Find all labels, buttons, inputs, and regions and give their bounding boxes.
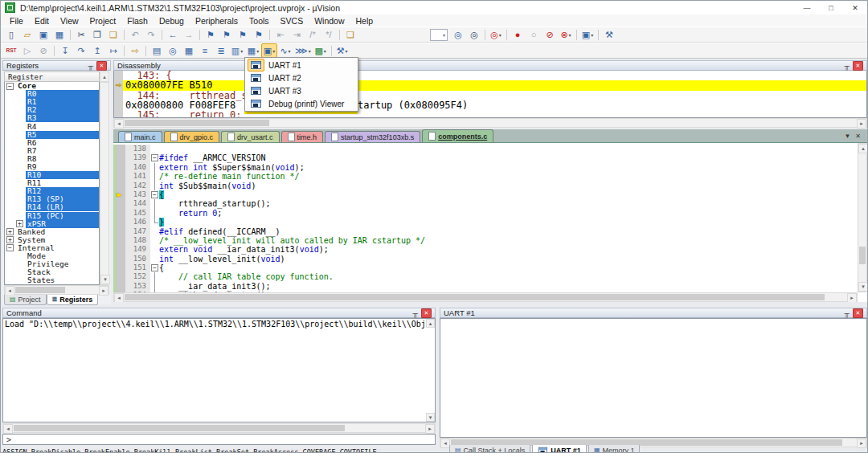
run-to-cursor-line-button[interactable]: ↦ [105,43,121,58]
menu-project[interactable]: Project [84,16,122,26]
expand-banked[interactable]: + [6,228,14,235]
editor-margin[interactable] [117,272,125,281]
register-row-r11[interactable]: R11 [5,179,99,187]
window-layout-dropdown-arrow[interactable]: ▾ [591,32,593,38]
code-editor[interactable]: 138139−#ifdef __ARMCC_VERSION140extern i… [113,143,867,302]
copy-button[interactable]: ❐ [89,27,105,42]
registers-window-button[interactable]: ≡ [197,43,213,58]
editor-margin[interactable] [117,145,125,153]
disassembly-line[interactable]: 145: return 0; [114,110,866,118]
register-row-core[interactable]: −Core [5,82,99,90]
register-row-privilege[interactable]: Privilege [5,260,99,268]
uart-output[interactable] [440,318,867,438]
disable-all-breakpoints-button[interactable]: ⊘ [542,27,558,42]
register-row-r14-lr[interactable]: R14 (LR) [5,203,99,211]
register-row-r4[interactable]: R4 [5,122,99,130]
call-stack-window-button[interactable]: ≣ [213,43,229,58]
menu-svcs[interactable]: SVCS [275,16,309,26]
memory-window-dropdown-arrow[interactable]: ▾ [256,48,259,54]
close-file-button[interactable]: ✕ [855,133,861,140]
fold-column[interactable] [150,199,159,208]
unindent-button[interactable]: ⇤ [272,27,289,42]
paste-button[interactable]: ❏ [105,27,121,42]
fold-column[interactable] [150,172,159,181]
scrollbar-thumb[interactable] [15,287,65,293]
trace-window-dropdown-arrow[interactable]: ▾ [309,48,311,54]
tab-uart-1[interactable]: UART #1 [532,445,587,453]
code-line-145[interactable]: 145 return 0; [113,209,858,218]
uncomment-selection-button[interactable]: */ [321,27,337,42]
step-button[interactable]: ↧ [57,43,73,58]
reset-cpu-button[interactable]: RST [3,43,19,58]
editor-margin[interactable] [117,282,125,291]
register-row-r10[interactable]: R10 [5,171,99,179]
editor-margin[interactable] [117,199,125,208]
editor-margin[interactable] [117,255,125,263]
enable-disable-breakpoint-button[interactable]: ○ [526,27,542,42]
fold-column[interactable]: − [150,263,159,272]
prev-bookmark-button[interactable]: ⚑ [219,27,235,42]
tab-drv-usart-c[interactable]: drv_usart.c [221,131,280,142]
registers-v-scrollbar[interactable]: ▾ [100,82,109,285]
menu-peripherals[interactable]: Peripherals [190,16,244,26]
command-h-scrollbar[interactable]: ◂ ▸ [2,423,436,433]
start-stop-debug-session-button[interactable]: ◎▾ [488,27,504,42]
editor-margin[interactable]: ▶▶ [117,190,125,199]
editor-v-scrollbar[interactable]: ▴ ▾ [858,143,867,292]
code-line-146[interactable]: 146} [113,218,858,226]
close-panel-icon[interactable]: ✕ [421,308,432,318]
expand-internal[interactable]: − [6,244,14,251]
disassembly-window-button[interactable]: ◎ [165,43,181,58]
code-line-149[interactable]: 149extern void __iar_data_init3(void); [113,245,858,254]
minimize-button[interactable]: — [795,1,819,14]
toggle-bookmark-button[interactable]: ⚑ [203,27,219,42]
expand-system[interactable]: + [6,236,14,243]
pin-icon[interactable]: ╥ [845,62,850,70]
fold-column[interactable] [150,227,159,236]
kill-all-breakpoints-dropdown-arrow[interactable]: ▾ [569,32,571,38]
disassembly-content[interactable]: 143: {⇨0x080007FE B510 PUSH (r4,lr) 144:… [113,71,867,118]
menu-item-uart-1[interactable]: UART #1 [245,59,358,71]
code-line-153[interactable]: 153 __iar_data_init3(); [113,282,858,291]
fold-column[interactable]: − [150,153,159,162]
register-row-r6[interactable]: R6 [5,139,99,147]
scroll-left-arrow[interactable]: ◂ [3,424,13,434]
find-button[interactable]: ◎ [466,27,482,42]
fold-column[interactable] [150,209,159,218]
step-out-button[interactable]: ↥ [89,43,105,58]
scroll-right-arrow[interactable]: ▸ [847,293,857,302]
disassembly-h-scrollbar[interactable]: ◂ ▸ [113,118,867,128]
command-output[interactable]: Load "D:\\temp\\project\\4.keil\\1.ARM\\… [2,318,436,422]
fold-column[interactable]: − [150,190,159,199]
symbol-window-button[interactable]: ▦ [181,43,197,58]
editor-margin[interactable] [117,182,125,190]
disassembly-line[interactable]: ⇨0x080007FE B510 PUSH (r4,lr) [114,80,866,90]
save-button[interactable]: ▣ [35,27,51,42]
scrollbar-thumb[interactable] [125,294,825,300]
code-line-147[interactable]: 147#elif defined(__ICCARM__) [113,227,858,236]
fold-column[interactable] [150,272,159,281]
code-line-141[interactable]: 141/* re-define main function */ [113,172,858,181]
registers-h-scrollbar[interactable]: ◂ ▸ [4,285,109,295]
scroll-down-arrow[interactable]: ▾ [426,413,435,422]
tab-main-c[interactable]: main.c [118,131,162,142]
registers-scroll-down[interactable]: ▾ [100,275,110,284]
menu-tools[interactable]: Tools [244,16,275,26]
code-line-148[interactable]: 148/* __low_level_init will auto called … [113,236,858,245]
stop-button[interactable]: ⊘ [35,43,51,58]
tab-list-button[interactable]: ▼ [844,133,850,140]
code-line-151[interactable]: 151−{ [113,263,858,272]
pin-icon[interactable]: ╥ [88,62,93,70]
run-button[interactable]: ▷ [19,43,35,58]
comment-selection-button[interactable]: /* [305,27,321,42]
tab-drv-gpio-c[interactable]: drv_gpio.c [164,131,220,142]
tab-memory-1[interactable]: ▦Memory 1 [588,445,641,453]
pin-icon[interactable]: ╥ [845,309,850,317]
fold-column[interactable] [150,236,159,245]
serial-window-dropdown-arrow[interactable]: ▾ [272,48,275,54]
scroll-up-arrow[interactable]: ▴ [426,319,435,328]
find-in-files-folder-button[interactable]: ❏ [342,27,358,42]
editor-margin[interactable] [117,172,125,181]
editor-margin[interactable] [117,163,125,172]
fold-column[interactable] [150,182,159,190]
